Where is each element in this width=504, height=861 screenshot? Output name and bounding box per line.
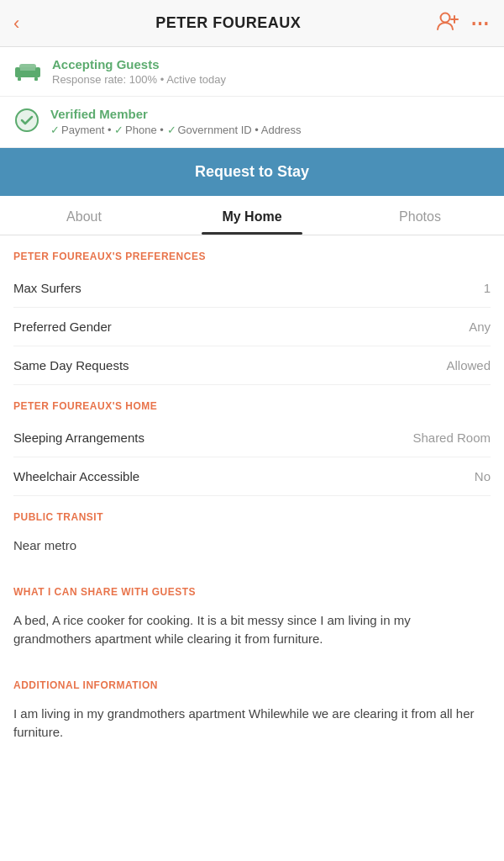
- same-day-label: Same Day Requests: [13, 358, 129, 372]
- svg-point-0: [440, 13, 449, 22]
- verified-member-section: Verified Member ✓Payment • ✓Phone • ✓Gov…: [0, 97, 504, 148]
- svg-rect-8: [18, 77, 21, 81]
- max-surfers-row: Max Surfers 1: [13, 269, 491, 308]
- tab-my-home[interactable]: My Home: [168, 196, 336, 235]
- svg-rect-9: [34, 77, 38, 81]
- profile-name: PETER FOUREAUX: [155, 14, 301, 32]
- additional-description: I am living in my grandmothers apartment…: [13, 698, 491, 758]
- tabs-bar: About My Home Photos: [0, 196, 504, 235]
- sleeping-value: Shared Room: [412, 430, 491, 445]
- same-day-value: Allowed: [446, 358, 491, 372]
- check-icon-2: ✓: [114, 124, 123, 136]
- additional-section-header: ADDITIONAL INFORMATION: [13, 664, 491, 698]
- home-section-header: PETER FOUREAUX'S HOME: [13, 385, 491, 419]
- tab-about[interactable]: About: [0, 196, 168, 235]
- sleeping-label: Sleeping Arrangements: [13, 430, 144, 445]
- accepting-info: Accepting Guests Response rate: 100% • A…: [52, 57, 226, 86]
- accepting-subtitle: Response rate: 100% • Active today: [52, 73, 226, 86]
- main-content: PETER FOUREAUX'S PREFERENCES Max Surfers…: [0, 235, 504, 758]
- header-left: ‹: [13, 13, 19, 34]
- share-description: A bed, A rice cooker for cooking. It is …: [13, 605, 491, 664]
- max-surfers-label: Max Surfers: [13, 281, 81, 295]
- check-icon: ✓: [50, 124, 60, 136]
- more-options-icon[interactable]: ⋯: [470, 13, 491, 34]
- preferences-section-header: PETER FOUREAUX'S PREFERENCES: [13, 235, 491, 269]
- verified-items: ✓Payment • ✓Phone • ✓Government ID • Add…: [50, 124, 301, 136]
- wheelchair-label: Wheelchair Accessible: [13, 469, 139, 483]
- preferred-gender-row: Preferred Gender Any: [13, 308, 491, 346]
- back-button[interactable]: ‹: [13, 13, 19, 34]
- add-user-icon[interactable]: [437, 12, 459, 35]
- max-surfers-value: 1: [484, 281, 491, 295]
- check-icon-3: ✓: [167, 124, 176, 136]
- transit-description: Near metro: [13, 530, 491, 571]
- header: ‹ PETER FOUREAUX ⋯: [0, 0, 504, 47]
- tab-photos[interactable]: Photos: [336, 196, 504, 235]
- verified-info: Verified Member ✓Payment • ✓Phone • ✓Gov…: [50, 107, 301, 136]
- wheelchair-accessible-row: Wheelchair Accessible No: [13, 457, 491, 496]
- wheelchair-value: No: [475, 469, 491, 483]
- transit-section-header: PUBLIC TRANSIT: [13, 496, 491, 530]
- verified-title: Verified Member: [50, 107, 301, 121]
- accepting-title: Accepting Guests: [52, 57, 226, 71]
- sofa-icon: [13, 59, 42, 86]
- accepting-guests-section: Accepting Guests Response rate: 100% • A…: [0, 47, 504, 97]
- preferred-gender-label: Preferred Gender: [13, 320, 112, 334]
- preferred-gender-value: Any: [469, 320, 491, 334]
- request-to-stay-button[interactable]: Request to Stay: [0, 148, 504, 196]
- svg-rect-7: [19, 64, 36, 72]
- same-day-requests-row: Same Day Requests Allowed: [13, 346, 491, 385]
- share-section-header: WHAT I CAN SHARE WITH GUESTS: [13, 571, 491, 605]
- header-right: ⋯: [437, 12, 491, 35]
- sleeping-arrangements-row: Sleeping Arrangements Shared Room: [13, 419, 491, 457]
- verified-badge-icon: [13, 107, 40, 137]
